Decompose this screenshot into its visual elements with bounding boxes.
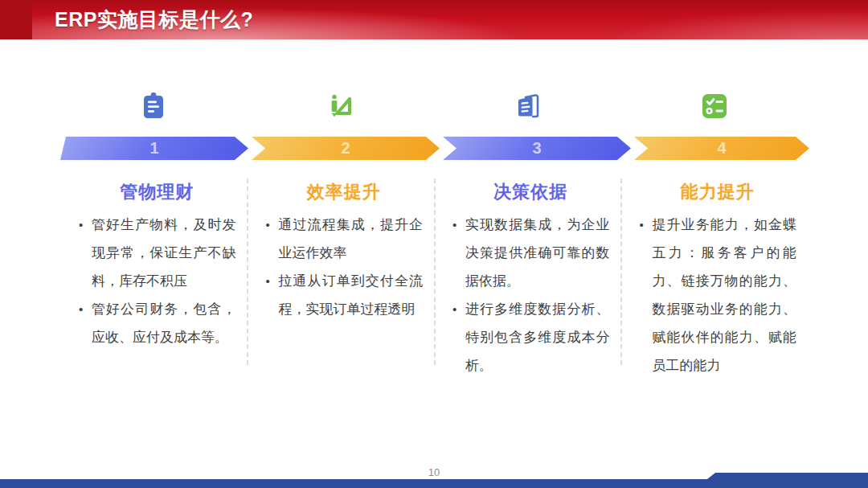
step-number: 2 xyxy=(341,139,350,158)
bullet-item: 提升业务能力，如金蝶五力：服务客户的能力、链接万物的能力、数据驱动业务的能力、赋… xyxy=(639,211,797,379)
columns: 管物理财 管好生产物料，及时发现异常，保证生产不缺料，库存不积压 管好公司财务，… xyxy=(60,180,808,379)
column-bullets: 实现数据集成，为企业决策提供准确可靠的数据依据。 进行多维度数据分析、特别包含多… xyxy=(452,211,610,379)
bullet-item: 管好生产物料，及时发现异常，保证生产不缺料，库存不积压 xyxy=(78,211,236,295)
column-bullets: 提升业务能力，如金蝶五力：服务客户的能力、链接万物的能力、数据驱动业务的能力、赋… xyxy=(639,211,797,379)
column-title: 决策依据 xyxy=(452,180,610,204)
pencil-ruler-icon xyxy=(325,90,357,122)
step-number: 4 xyxy=(717,139,726,158)
checklist-icon xyxy=(698,90,731,122)
column-bullets: 管好生产物料，及时发现异常，保证生产不缺料，库存不积压 管好公司财务，包含，应收… xyxy=(78,211,236,351)
icons-row xyxy=(60,90,808,122)
column-1: 管物理财 管好生产物料，及时发现异常，保证生产不缺料，库存不积压 管好公司财务，… xyxy=(60,180,248,379)
bullet-item: 进行多维度数据分析、特别包含多维度成本分析。 xyxy=(452,295,610,379)
slide-header: ERP实施目标是什么? xyxy=(0,0,868,39)
column-4: 能力提升 提升业务能力，如金蝶五力：服务客户的能力、链接万物的能力、数据驱动业务… xyxy=(621,180,809,379)
column-title: 效率提升 xyxy=(265,180,424,204)
column-bullets: 通过流程集成，提升企业运作效率 拉通从订单到交付全流程，实现订单过程透明 xyxy=(265,211,424,323)
column-2: 效率提升 通过流程集成，提升企业运作效率 拉通从订单到交付全流程，实现订单过程透… xyxy=(248,180,435,379)
step-arrow-3: 3 xyxy=(443,137,631,160)
column-title: 能力提升 xyxy=(639,180,797,204)
column-3: 决策依据 实现数据集成，为企业决策提供准确可靠的数据依据。 进行多维度数据分析、… xyxy=(434,180,621,379)
step-arrow-1: 1 xyxy=(60,137,248,160)
step-number: 1 xyxy=(149,139,158,158)
building-document-icon xyxy=(511,90,543,122)
page-title: ERP实施目标是什么? xyxy=(55,0,253,39)
clipboard-icon xyxy=(137,90,170,122)
header-accent-square xyxy=(0,0,32,39)
step-arrow-2: 2 xyxy=(252,137,440,160)
bullet-item: 管好公司财务，包含，应收、应付及成本等。 xyxy=(78,295,236,351)
step-number: 3 xyxy=(532,139,541,158)
bullet-item: 通过流程集成，提升企业运作效率 xyxy=(265,211,424,267)
slide: ERP实施目标是什么? xyxy=(0,0,868,488)
step-arrow-4: 4 xyxy=(634,137,809,160)
bullet-item: 实现数据集成，为企业决策提供准确可靠的数据依据。 xyxy=(452,211,610,295)
bullet-item: 拉通从订单到交付全流程，实现订单过程透明 xyxy=(265,267,424,323)
footer-bar xyxy=(0,479,868,488)
column-title: 管物理财 xyxy=(78,180,236,204)
